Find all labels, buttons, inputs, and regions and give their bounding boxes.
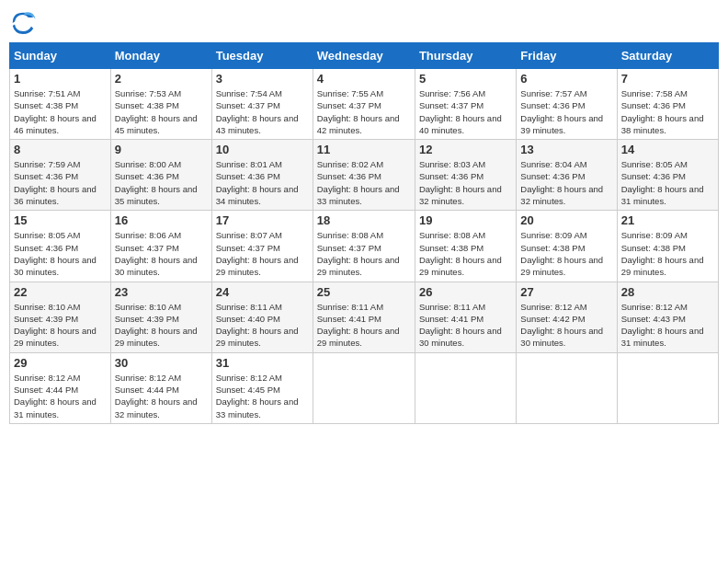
calendar-cell: 28 Sunrise: 8:12 AM Sunset: 4:43 PM Dayl… xyxy=(617,282,718,352)
day-info: Sunrise: 8:05 AM Sunset: 4:36 PM Dayligh… xyxy=(621,158,714,207)
logo xyxy=(9,9,40,37)
day-info: Sunrise: 8:03 AM Sunset: 4:36 PM Dayligh… xyxy=(419,158,512,207)
weekday-header-sunday: Sunday xyxy=(10,43,111,69)
calendar-cell: 12 Sunrise: 8:03 AM Sunset: 4:36 PM Dayl… xyxy=(415,140,516,211)
calendar-cell: 19 Sunrise: 8:08 AM Sunset: 4:38 PM Dayl… xyxy=(415,211,516,282)
header xyxy=(9,9,719,37)
weekday-header-tuesday: Tuesday xyxy=(211,43,313,69)
day-number: 10 xyxy=(216,143,309,156)
day-number: 1 xyxy=(14,72,107,86)
weekday-header-thursday: Thursday xyxy=(415,43,516,69)
day-number: 21 xyxy=(621,213,714,227)
day-info: Sunrise: 8:09 AM Sunset: 4:38 PM Dayligh… xyxy=(520,229,612,278)
calendar-cell: 4 Sunrise: 7:55 AM Sunset: 4:37 PM Dayli… xyxy=(313,69,415,140)
day-number: 3 xyxy=(216,72,309,86)
day-info: Sunrise: 7:54 AM Sunset: 4:37 PM Dayligh… xyxy=(216,87,309,136)
day-info: Sunrise: 7:53 AM Sunset: 4:38 PM Dayligh… xyxy=(115,87,208,136)
day-number: 13 xyxy=(520,143,612,156)
day-info: Sunrise: 8:00 AM Sunset: 4:36 PM Dayligh… xyxy=(115,158,208,207)
calendar-cell: 20 Sunrise: 8:09 AM Sunset: 4:38 PM Dayl… xyxy=(517,211,617,282)
calendar-cell: 1 Sunrise: 7:51 AM Sunset: 4:38 PM Dayli… xyxy=(10,69,111,140)
day-info: Sunrise: 8:11 AM Sunset: 4:40 PM Dayligh… xyxy=(216,301,309,350)
day-info: Sunrise: 8:07 AM Sunset: 4:37 PM Dayligh… xyxy=(216,229,309,278)
day-number: 30 xyxy=(115,356,208,370)
calendar-week-row: 22 Sunrise: 8:10 AM Sunset: 4:39 PM Dayl… xyxy=(10,282,719,352)
day-info: Sunrise: 8:08 AM Sunset: 4:37 PM Dayligh… xyxy=(317,229,411,278)
calendar-cell xyxy=(313,352,415,423)
calendar-cell: 29 Sunrise: 8:12 AM Sunset: 4:44 PM Dayl… xyxy=(10,352,111,423)
day-number: 9 xyxy=(115,143,208,156)
weekday-header-wednesday: Wednesday xyxy=(313,43,415,69)
day-info: Sunrise: 8:04 AM Sunset: 4:36 PM Dayligh… xyxy=(520,158,612,207)
calendar-cell: 2 Sunrise: 7:53 AM Sunset: 4:38 PM Dayli… xyxy=(110,69,211,140)
calendar-cell: 31 Sunrise: 8:12 AM Sunset: 4:45 PM Dayl… xyxy=(211,352,313,423)
day-number: 24 xyxy=(216,285,309,299)
calendar-week-row: 1 Sunrise: 7:51 AM Sunset: 4:38 PM Dayli… xyxy=(10,69,719,140)
calendar-cell: 25 Sunrise: 8:11 AM Sunset: 4:41 PM Dayl… xyxy=(313,282,415,352)
calendar-cell: 18 Sunrise: 8:08 AM Sunset: 4:37 PM Dayl… xyxy=(313,211,415,282)
calendar-week-row: 8 Sunrise: 7:59 AM Sunset: 4:36 PM Dayli… xyxy=(10,140,719,211)
day-number: 2 xyxy=(115,72,208,86)
day-number: 5 xyxy=(419,72,512,86)
calendar-cell: 9 Sunrise: 8:00 AM Sunset: 4:36 PM Dayli… xyxy=(110,140,211,211)
day-info: Sunrise: 8:12 AM Sunset: 4:44 PM Dayligh… xyxy=(14,372,107,420)
day-number: 22 xyxy=(14,285,107,299)
calendar-cell: 14 Sunrise: 8:05 AM Sunset: 4:36 PM Dayl… xyxy=(617,140,718,211)
day-number: 26 xyxy=(419,285,512,299)
calendar-cell: 24 Sunrise: 8:11 AM Sunset: 4:40 PM Dayl… xyxy=(211,282,313,352)
day-number: 29 xyxy=(14,356,107,370)
day-number: 8 xyxy=(14,143,107,156)
day-number: 31 xyxy=(216,356,309,370)
calendar-cell xyxy=(617,352,718,423)
day-info: Sunrise: 8:10 AM Sunset: 4:39 PM Dayligh… xyxy=(115,301,208,350)
day-info: Sunrise: 7:56 AM Sunset: 4:37 PM Dayligh… xyxy=(419,87,512,136)
day-info: Sunrise: 8:12 AM Sunset: 4:43 PM Dayligh… xyxy=(621,301,714,350)
calendar-week-row: 15 Sunrise: 8:05 AM Sunset: 4:36 PM Dayl… xyxy=(10,211,719,282)
calendar-cell: 21 Sunrise: 8:09 AM Sunset: 4:38 PM Dayl… xyxy=(617,211,718,282)
calendar-cell: 10 Sunrise: 8:01 AM Sunset: 4:36 PM Dayl… xyxy=(211,140,313,211)
day-info: Sunrise: 8:09 AM Sunset: 4:38 PM Dayligh… xyxy=(621,229,714,278)
calendar-cell: 3 Sunrise: 7:54 AM Sunset: 4:37 PM Dayli… xyxy=(211,69,313,140)
day-info: Sunrise: 8:12 AM Sunset: 4:44 PM Dayligh… xyxy=(115,372,208,420)
day-info: Sunrise: 7:57 AM Sunset: 4:36 PM Dayligh… xyxy=(520,87,612,136)
day-info: Sunrise: 8:08 AM Sunset: 4:38 PM Dayligh… xyxy=(419,229,512,278)
day-number: 6 xyxy=(520,72,612,86)
calendar-cell: 26 Sunrise: 8:11 AM Sunset: 4:41 PM Dayl… xyxy=(415,282,516,352)
day-number: 27 xyxy=(520,285,612,299)
calendar-cell: 11 Sunrise: 8:02 AM Sunset: 4:36 PM Dayl… xyxy=(313,140,415,211)
day-info: Sunrise: 7:55 AM Sunset: 4:37 PM Dayligh… xyxy=(317,87,411,136)
day-number: 23 xyxy=(115,285,208,299)
day-number: 28 xyxy=(621,285,714,299)
day-number: 4 xyxy=(317,72,411,86)
day-number: 17 xyxy=(216,213,309,227)
day-info: Sunrise: 7:59 AM Sunset: 4:36 PM Dayligh… xyxy=(14,158,107,207)
calendar-header-row: SundayMondayTuesdayWednesdayThursdayFrid… xyxy=(10,43,719,69)
day-number: 18 xyxy=(317,213,411,227)
calendar-cell: 27 Sunrise: 8:12 AM Sunset: 4:42 PM Dayl… xyxy=(517,282,617,352)
calendar-table: SundayMondayTuesdayWednesdayThursdayFrid… xyxy=(9,42,719,424)
calendar-cell: 15 Sunrise: 8:05 AM Sunset: 4:36 PM Dayl… xyxy=(10,211,111,282)
day-number: 7 xyxy=(621,72,714,86)
day-info: Sunrise: 8:01 AM Sunset: 4:36 PM Dayligh… xyxy=(216,158,309,207)
calendar-cell: 13 Sunrise: 8:04 AM Sunset: 4:36 PM Dayl… xyxy=(517,140,617,211)
day-info: Sunrise: 8:06 AM Sunset: 4:37 PM Dayligh… xyxy=(115,229,208,278)
day-number: 25 xyxy=(317,285,411,299)
day-number: 14 xyxy=(621,143,714,156)
day-info: Sunrise: 7:58 AM Sunset: 4:36 PM Dayligh… xyxy=(621,87,714,136)
calendar-week-row: 29 Sunrise: 8:12 AM Sunset: 4:44 PM Dayl… xyxy=(10,352,719,423)
weekday-header-saturday: Saturday xyxy=(617,43,718,69)
calendar-cell: 5 Sunrise: 7:56 AM Sunset: 4:37 PM Dayli… xyxy=(415,69,516,140)
calendar-cell xyxy=(517,352,617,423)
day-info: Sunrise: 8:11 AM Sunset: 4:41 PM Dayligh… xyxy=(317,301,411,350)
day-info: Sunrise: 7:51 AM Sunset: 4:38 PM Dayligh… xyxy=(14,87,107,136)
day-info: Sunrise: 8:11 AM Sunset: 4:41 PM Dayligh… xyxy=(419,301,512,350)
day-info: Sunrise: 8:05 AM Sunset: 4:36 PM Dayligh… xyxy=(14,229,107,278)
weekday-header-monday: Monday xyxy=(110,43,211,69)
calendar-cell: 7 Sunrise: 7:58 AM Sunset: 4:36 PM Dayli… xyxy=(617,69,718,140)
day-number: 16 xyxy=(115,213,208,227)
day-number: 19 xyxy=(419,213,512,227)
day-number: 15 xyxy=(14,213,107,227)
day-number: 20 xyxy=(520,213,612,227)
calendar-cell: 8 Sunrise: 7:59 AM Sunset: 4:36 PM Dayli… xyxy=(10,140,111,211)
day-info: Sunrise: 8:02 AM Sunset: 4:36 PM Dayligh… xyxy=(317,158,411,207)
